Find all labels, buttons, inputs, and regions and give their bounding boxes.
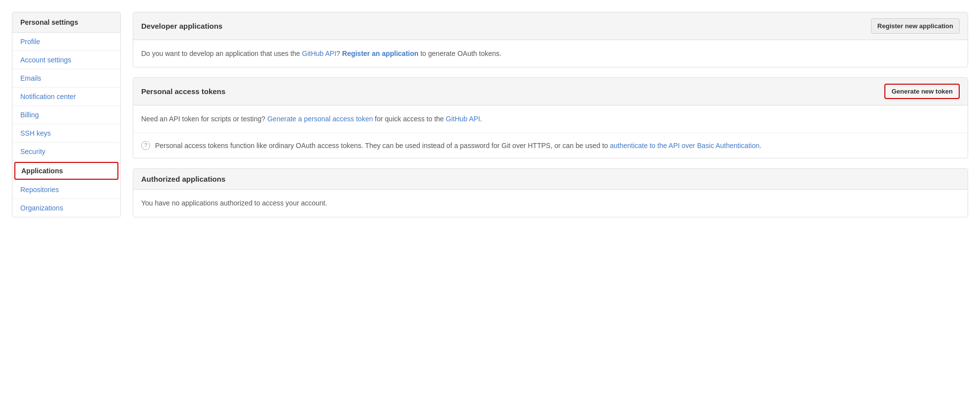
info-text-after: .	[760, 142, 762, 150]
developer-applications-body: Do you want to develop an application th…	[133, 40, 968, 67]
developer-applications-section: Developer applications Register new appl…	[133, 12, 968, 67]
github-api-link-1[interactable]: GitHub API	[302, 50, 336, 57]
authorized-applications-header: Authorized applications	[133, 169, 968, 190]
description-between: ?	[336, 50, 342, 57]
personal-access-tokens-title: Personal access tokens	[141, 87, 225, 96]
generate-token-link[interactable]: Generate a personal access token	[267, 115, 373, 123]
authorized-applications-section: Authorized applications You have no appl…	[133, 168, 968, 217]
personal-access-tokens-section: Personal access tokens Generate new toke…	[133, 77, 968, 158]
github-api-link-2[interactable]: GitHub API	[446, 115, 480, 123]
token-info-text: Personal access tokens function like ord…	[155, 140, 762, 151]
authorized-applications-title: Authorized applications	[141, 175, 225, 183]
sidebar-item-account-settings[interactable]: Account settings	[12, 51, 120, 69]
token-desc-before: Need an API token for scripts or testing…	[141, 115, 267, 123]
authorized-applications-body: You have no applications authorized to a…	[133, 190, 968, 216]
developer-applications-description: Do you want to develop an application th…	[141, 48, 960, 59]
token-desc-between: for quick access to the	[373, 115, 446, 123]
token-info-row: ? Personal access tokens function like o…	[133, 133, 968, 158]
sidebar: Personal settings Profile Account settin…	[12, 12, 121, 217]
sidebar-item-emails[interactable]: Emails	[12, 69, 120, 88]
info-icon: ?	[141, 141, 150, 150]
sidebar-item-applications[interactable]: Applications	[14, 162, 118, 180]
sidebar-item-organizations[interactable]: Organizations	[12, 199, 120, 217]
sidebar-item-profile[interactable]: Profile	[12, 33, 120, 51]
sidebar-item-notification-center[interactable]: Notification center	[12, 88, 120, 106]
personal-access-tokens-header: Personal access tokens Generate new toke…	[133, 78, 968, 105]
info-text-before: Personal access tokens function like ord…	[155, 142, 610, 150]
description-text-before-link1: Do you want to develop an application th…	[141, 50, 302, 57]
developer-applications-header: Developer applications Register new appl…	[133, 12, 968, 40]
sidebar-item-billing[interactable]: Billing	[12, 106, 120, 124]
sidebar-item-security[interactable]: Security	[12, 143, 120, 161]
main-content: Developer applications Register new appl…	[133, 12, 968, 217]
sidebar-item-ssh-keys[interactable]: SSH keys	[12, 124, 120, 143]
token-desc-end: .	[480, 115, 482, 123]
developer-applications-title: Developer applications	[141, 22, 222, 30]
description-after: to generate OAuth tokens.	[419, 50, 501, 57]
authorized-applications-empty: You have no applications authorized to a…	[141, 198, 960, 208]
token-description: Need an API token for scripts or testing…	[141, 113, 960, 124]
generate-new-token-button[interactable]: Generate new token	[884, 84, 960, 99]
register-new-application-button[interactable]: Register new application	[871, 18, 960, 34]
personal-access-tokens-body: Need an API token for scripts or testing…	[133, 105, 968, 132]
authenticate-link[interactable]: authenticate to the API over Basic Authe…	[610, 142, 760, 150]
sidebar-item-repositories[interactable]: Repositories	[12, 181, 120, 199]
register-application-link[interactable]: Register an application	[342, 50, 419, 57]
sidebar-title: Personal settings	[12, 12, 120, 33]
